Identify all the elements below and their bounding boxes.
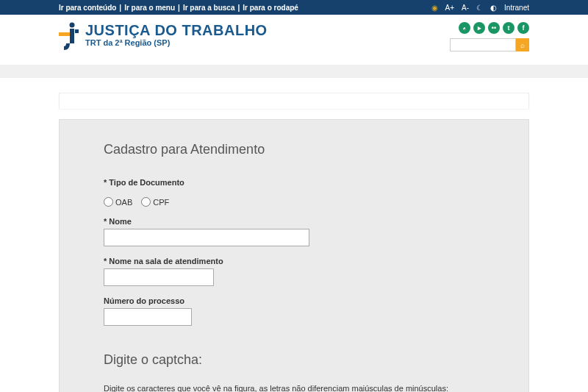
youtube-icon[interactable]: ▸ bbox=[473, 22, 485, 34]
nome-sala-label: * Nome na sala de atendimento bbox=[104, 257, 484, 266]
facebook-icon[interactable]: f bbox=[517, 22, 529, 34]
svg-rect-1 bbox=[70, 29, 74, 43]
logo-subtitle: TRT da 2ª Região (SP) bbox=[85, 38, 268, 47]
intranet-link[interactable]: Intranet bbox=[504, 4, 529, 12]
site-header: JUSTIÇA DO TRABALHO TRT da 2ª Região (SP… bbox=[0, 15, 588, 65]
search-input[interactable] bbox=[450, 38, 516, 51]
radio-oab-label[interactable]: OAB bbox=[104, 197, 132, 207]
processo-field: Número do processo bbox=[104, 296, 484, 326]
nome-sala-field: * Nome na sala de atendimento bbox=[104, 257, 484, 286]
twitter-icon[interactable]: t bbox=[503, 22, 514, 34]
svg-rect-3 bbox=[75, 29, 79, 33]
breadcrumb-strip bbox=[59, 93, 529, 109]
logo-text: JUSTIÇA DO TRABALHO TRT da 2ª Região (SP… bbox=[85, 22, 268, 47]
font-increase-button[interactable]: A+ bbox=[445, 4, 455, 12]
accessibility-controls: ◉ A+ A- ☾ ◐ Intranet bbox=[431, 4, 529, 12]
content-area: Cadastro para Atendimento * Tipo de Docu… bbox=[0, 78, 588, 392]
contrast-toggle-icon[interactable]: ☾ bbox=[476, 4, 483, 12]
search-icon: ⌕ bbox=[520, 41, 525, 49]
skip-menu-link[interactable]: Ir para o menu bbox=[124, 4, 175, 12]
captcha-instruction: Digite os caracteres que você vê na figu… bbox=[104, 384, 484, 392]
accessibility-icon[interactable]: ◉ bbox=[431, 4, 438, 12]
nome-field: * Nome bbox=[104, 217, 484, 246]
doc-type-label: * Tipo de Documento bbox=[104, 178, 484, 187]
nav-band bbox=[0, 65, 588, 78]
svg-point-0 bbox=[70, 23, 75, 28]
logo-block[interactable]: JUSTIÇA DO TRABALHO TRT da 2ª Região (SP… bbox=[59, 22, 268, 54]
nome-label: * Nome bbox=[104, 217, 484, 226]
logo-title: JUSTIÇA DO TRABALHO bbox=[85, 22, 268, 38]
processo-label: Número do processo bbox=[104, 296, 484, 305]
doc-type-radios: OAB CPF bbox=[104, 197, 484, 207]
font-decrease-button[interactable]: A- bbox=[462, 4, 469, 12]
registration-form-panel: Cadastro para Atendimento * Tipo de Docu… bbox=[59, 119, 529, 392]
processo-input[interactable] bbox=[104, 308, 192, 326]
header-right: ៱ ▸ •• t f ⌕ bbox=[450, 22, 529, 51]
nome-sala-input[interactable] bbox=[104, 268, 214, 286]
form-title: Cadastro para Atendimento bbox=[104, 142, 484, 157]
radio-oab[interactable] bbox=[104, 197, 113, 207]
rss-icon[interactable]: ៱ bbox=[459, 22, 470, 34]
separator: | bbox=[237, 4, 240, 12]
doc-type-field: * Tipo de Documento bbox=[104, 178, 484, 187]
radio-oab-text: OAB bbox=[115, 198, 132, 207]
captcha-title: Digite o captcha: bbox=[104, 352, 484, 368]
separator: | bbox=[119, 4, 121, 12]
radio-cpf[interactable] bbox=[141, 197, 151, 207]
radio-cpf-text: CPF bbox=[153, 198, 169, 207]
social-icons: ៱ ▸ •• t f bbox=[459, 22, 529, 34]
skip-content-link[interactable]: Ir para conteúdo bbox=[59, 4, 116, 12]
search-box: ⌕ bbox=[450, 38, 529, 51]
skip-search-link[interactable]: Ir para a busca bbox=[183, 4, 235, 12]
accessibility-topbar: Ir para conteúdo | Ir para o menu | Ir p… bbox=[0, 0, 588, 15]
skip-footer-link[interactable]: Ir para o rodapé bbox=[243, 4, 298, 12]
radio-cpf-label[interactable]: CPF bbox=[141, 197, 169, 207]
separator: | bbox=[178, 4, 180, 12]
high-contrast-icon[interactable]: ◐ bbox=[490, 4, 497, 12]
flickr-icon[interactable]: •• bbox=[488, 22, 500, 34]
search-button[interactable]: ⌕ bbox=[516, 38, 529, 51]
svg-rect-2 bbox=[59, 32, 70, 36]
skip-links: Ir para conteúdo | Ir para o menu | Ir p… bbox=[59, 4, 298, 12]
nome-input[interactable] bbox=[104, 229, 309, 246]
logo-icon bbox=[59, 22, 79, 54]
